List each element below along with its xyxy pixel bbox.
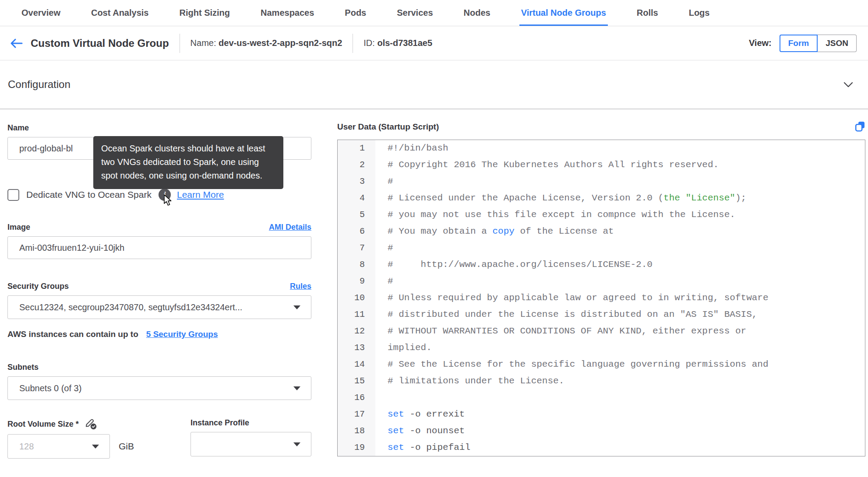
code-line: 5# you may not use this file except in c… xyxy=(338,207,865,223)
code-editor[interactable]: 1#!/bin/bash2# Copyright 2016 The Kubern… xyxy=(337,140,865,456)
line-number: 5 xyxy=(338,207,375,223)
code-text[interactable]: # Copyright 2016 The Kubernetes Authors … xyxy=(375,157,865,173)
back-button[interactable] xyxy=(9,38,24,49)
tab-nodes[interactable]: Nodes xyxy=(462,0,492,26)
chevron-down-icon xyxy=(843,82,853,88)
code-line: 10# Unless required by applicable law or… xyxy=(338,290,865,306)
name-label: Name xyxy=(7,123,311,133)
line-number: 13 xyxy=(338,340,375,356)
ami-details-link[interactable]: AMI Details xyxy=(269,223,311,232)
line-number: 17 xyxy=(338,406,375,423)
back-arrow-icon xyxy=(9,38,24,49)
tab-bar: OverviewCost AnalysisRight SizingNamespa… xyxy=(0,0,868,26)
code-text[interactable]: # xyxy=(375,240,865,256)
copy-button[interactable] xyxy=(855,121,865,133)
caret-down-icon xyxy=(293,442,300,446)
root-volume-select[interactable]: 128 xyxy=(7,434,110,459)
code-text[interactable]: # WITHOUT WARRANTIES OR CONDITIONS OF AN… xyxy=(375,323,865,340)
page-header: Custom Virtual Node Group Name: dev-us-w… xyxy=(0,26,868,60)
code-line: 3# xyxy=(338,173,865,190)
code-line: 6# You may obtain a copy of the License … xyxy=(338,223,865,240)
code-text[interactable]: # See the License for the specific langu… xyxy=(375,356,865,373)
rules-link[interactable]: Rules xyxy=(290,282,311,291)
code-line: 15# limitations under the License. xyxy=(338,373,865,389)
code-text[interactable]: # you may not use this file except in co… xyxy=(375,207,865,223)
code-text[interactable]: set -o nounset xyxy=(375,423,865,439)
tab-namespaces[interactable]: Namespaces xyxy=(259,0,316,26)
user-data-label: User Data (Startup Script) xyxy=(337,122,439,132)
copy-icon xyxy=(855,121,865,133)
code-line: 9# xyxy=(338,273,865,290)
line-number: 11 xyxy=(338,306,375,323)
code-line: 2# Copyright 2016 The Kubernetes Authors… xyxy=(338,157,865,173)
code-line: 14# See the License for the specific lan… xyxy=(338,356,865,373)
code-line: 11# distributed under the License is dis… xyxy=(338,306,865,323)
code-text[interactable]: # limitations under the License. xyxy=(375,373,865,389)
code-line: 4# Licensed under the Apache License, Ve… xyxy=(338,190,865,207)
line-number: 12 xyxy=(338,323,375,340)
root-volume-label: Root Volume Size * xyxy=(7,420,79,429)
form-view-button[interactable]: Form xyxy=(780,35,818,52)
dedicate-row: Dedicate VNG to Ocean Spark i Learn More xyxy=(7,189,311,201)
code-text[interactable]: set -o errexit xyxy=(375,406,865,423)
line-number: 18 xyxy=(338,423,375,439)
tab-virtual-node-groups[interactable]: Virtual Node Groups xyxy=(519,0,608,26)
line-number: 10 xyxy=(338,290,375,306)
tab-logs[interactable]: Logs xyxy=(687,0,712,26)
user-data-panel: User Data (Startup Script) 1#!/bin/bash2… xyxy=(337,109,865,456)
code-text[interactable] xyxy=(375,389,865,406)
collapse-button[interactable] xyxy=(843,82,853,88)
view-toggle: Form JSON xyxy=(780,35,857,52)
code-text[interactable]: implied. xyxy=(375,340,865,356)
caret-down-icon xyxy=(293,386,300,390)
tab-rolls[interactable]: Rolls xyxy=(635,0,660,26)
line-number: 1 xyxy=(338,140,375,157)
spark-tooltip: Ocean Spark clusters should have at leas… xyxy=(93,136,283,189)
code-line: 8# http://www.apache.org/licenses/LICENS… xyxy=(338,256,865,273)
image-field[interactable] xyxy=(7,236,311,259)
tab-right-sizing[interactable]: Right Sizing xyxy=(177,0,232,26)
subnets-select[interactable]: Subnets 0 (of 3) xyxy=(7,376,311,400)
gib-unit-label: GiB xyxy=(119,441,134,452)
line-number: 19 xyxy=(338,439,375,456)
line-number: 6 xyxy=(338,223,375,240)
tab-services[interactable]: Services xyxy=(395,0,434,26)
code-line: 19set -o pipefail xyxy=(338,439,865,456)
line-number: 15 xyxy=(338,373,375,389)
code-text[interactable]: # http://www.apache.org/licenses/LICENSE… xyxy=(375,256,865,273)
code-text[interactable]: # distributed under the License is distr… xyxy=(375,306,865,323)
code-text[interactable]: #!/bin/bash xyxy=(375,140,865,157)
code-text[interactable]: # Unless required by applicable law or a… xyxy=(375,290,865,306)
subnets-label: Subnets xyxy=(7,363,311,372)
code-text[interactable]: # You may obtain a copy of the License a… xyxy=(375,223,865,240)
code-text[interactable]: # xyxy=(375,173,865,190)
tab-cost-analysis[interactable]: Cost Analysis xyxy=(89,0,151,26)
configuration-body: Name Dedicate VNG to Ocean Spark i Learn… xyxy=(0,109,868,475)
caret-down-icon xyxy=(92,445,99,449)
security-groups-hint: AWS instances can contain up to xyxy=(7,330,138,339)
json-view-button[interactable]: JSON xyxy=(818,35,857,52)
tab-pods[interactable]: Pods xyxy=(343,0,368,26)
security-groups-hint-link[interactable]: 5 Security Groups xyxy=(146,330,218,339)
line-number: 4 xyxy=(338,190,375,207)
code-line: 16 xyxy=(338,389,865,406)
security-groups-select[interactable]: Secu12324, secgroup23470870, segtuyfsd12… xyxy=(7,295,311,319)
dedicate-checkbox[interactable] xyxy=(7,189,19,201)
code-text[interactable]: # Licensed under the Apache License, Ver… xyxy=(375,190,865,207)
security-groups-label: Security Groups xyxy=(7,282,69,291)
view-label: View: xyxy=(749,38,772,48)
divider xyxy=(353,34,353,53)
vng-id: ID: ols-d7381ae5 xyxy=(363,38,432,48)
code-line: 13implied. xyxy=(338,340,865,356)
code-line: 18set -o nounset xyxy=(338,423,865,439)
line-number: 7 xyxy=(338,240,375,256)
line-number: 2 xyxy=(338,157,375,173)
image-label: Image xyxy=(7,223,30,232)
code-text[interactable]: # xyxy=(375,273,865,290)
tab-overview[interactable]: Overview xyxy=(20,0,62,26)
code-text[interactable]: set -o pipefail xyxy=(375,439,865,456)
caret-down-icon xyxy=(293,305,300,309)
instance-profile-select[interactable] xyxy=(191,432,311,456)
learn-more-link[interactable]: Learn More xyxy=(177,189,224,200)
code-line: 17set -o errexit xyxy=(338,406,865,423)
